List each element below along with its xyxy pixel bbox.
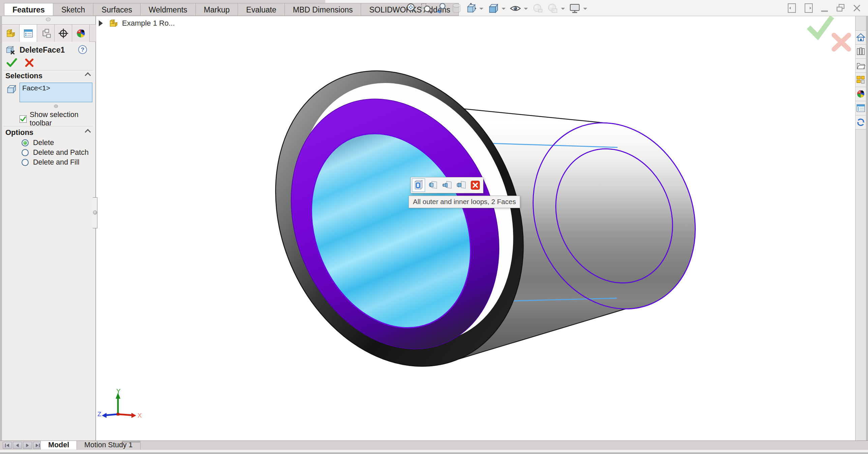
pane-right-icon[interactable] [803, 2, 814, 14]
tab-evaluate[interactable]: Evaluate [238, 3, 285, 16]
z-axis-arrow [102, 413, 107, 418]
ok-button[interactable] [6, 57, 18, 68]
selection-list[interactable]: Face<1> [20, 83, 92, 102]
selection-item[interactable]: Face<1> [22, 84, 90, 92]
heads-up-view-toolbar [405, 1, 589, 16]
coordinate-triad: Y X Z [97, 389, 142, 424]
face-option-1-icon[interactable] [426, 178, 439, 192]
previous-view-icon[interactable] [434, 1, 448, 16]
part-icon [109, 18, 119, 28]
svg-text:X: X [138, 412, 142, 419]
panel-splitter[interactable] [93, 197, 97, 228]
svg-text:Z: Z [97, 410, 101, 418]
tab-markup[interactable]: Markup [196, 3, 238, 16]
confirm-buttons [6, 57, 35, 68]
sheet-navigation [3, 442, 42, 449]
help-icon[interactable]: ? [78, 45, 88, 55]
face-option-2-icon[interactable] [440, 178, 453, 192]
bottom-tab-bar: Model Motion Study 1 [0, 441, 868, 450]
radio-delete[interactable] [22, 139, 29, 146]
radio-row-delete: Delete [22, 138, 54, 147]
property-manager-tab[interactable] [20, 25, 37, 42]
confirmation-cancel-icon[interactable] [831, 32, 852, 52]
selection-toolbar-popup [411, 177, 483, 193]
next-tab-icon[interactable] [23, 442, 32, 449]
window-bottom-edge [0, 452, 868, 454]
tab-sketch[interactable]: Sketch [53, 3, 93, 16]
tab-weldments[interactable]: Weldments [141, 3, 196, 16]
section-view-icon[interactable] [449, 1, 463, 16]
apply-scene-icon[interactable] [545, 1, 560, 16]
zoom-to-fit-icon[interactable] [405, 1, 419, 16]
view-settings-dropdown[interactable] [583, 8, 587, 12]
status-bar [0, 450, 868, 452]
face-option-3-icon[interactable] [454, 178, 468, 192]
radio-delete-and-fill[interactable] [22, 159, 29, 166]
view-settings-icon[interactable] [568, 1, 582, 16]
selections-header[interactable]: Selections [5, 72, 42, 80]
tab-mbd-dimensions[interactable]: MBD Dimensions [285, 3, 361, 16]
feature-manager-tab[interactable] [2, 25, 20, 42]
file-explorer-icon[interactable] [855, 59, 866, 73]
hide-show-dropdown[interactable] [524, 8, 528, 12]
pane-left-icon[interactable] [786, 2, 798, 14]
checkbox-label: Show selection toolbar [30, 111, 95, 127]
tab-surfaces[interactable]: Surfaces [93, 3, 141, 16]
radio-label: Delete [33, 139, 54, 147]
page-title: DeleteFace1 [20, 46, 65, 55]
radio-label: Delete and Patch [33, 148, 89, 157]
checkmark-icon [20, 116, 26, 122]
graphics-viewport[interactable] [96, 16, 855, 441]
radio-label: Delete and Fill [33, 158, 79, 167]
expand-arrow-icon[interactable] [99, 20, 106, 26]
selections-collapse-chevron[interactable] [85, 72, 91, 78]
svg-text:?: ? [81, 47, 84, 53]
tab-bar-splitter[interactable] [122, 441, 140, 443]
previous-tab-icon[interactable] [13, 442, 22, 449]
panel-collapse-handle[interactable] [46, 18, 51, 21]
task-pane-icons [855, 30, 866, 130]
appearances-scenes-icon[interactable] [855, 87, 866, 101]
custom-properties-icon[interactable] [855, 101, 866, 115]
home-icon[interactable] [855, 30, 866, 45]
radio-row-delete-fill: Delete and Fill [22, 158, 79, 167]
cancel-selection-icon[interactable] [469, 178, 482, 192]
command-manager-bar: Features Sketch Surfaces Weldments Marku… [0, 0, 868, 16]
apply-scene-dropdown[interactable] [561, 8, 565, 12]
manager-tab-strip [2, 24, 96, 42]
selection-box-resize-handle[interactable] [54, 105, 58, 108]
view-orientation-icon[interactable] [464, 1, 478, 16]
first-tab-icon[interactable] [3, 442, 12, 449]
zoom-to-area-icon[interactable] [419, 1, 433, 16]
all-outer-inner-loops-icon[interactable] [412, 178, 425, 192]
solidworks-resources-icon[interactable] [855, 115, 866, 130]
svg-text:Y: Y [116, 389, 121, 395]
edit-appearance-icon[interactable] [531, 1, 545, 16]
divider [3, 70, 93, 71]
dimxpert-manager-tab[interactable] [55, 25, 72, 42]
configuration-manager-tab[interactable] [37, 25, 55, 42]
view-palette-icon[interactable] [855, 73, 866, 87]
selection-tooltip: All outer and inner loops, 2 Faces [409, 196, 520, 208]
design-library-icon[interactable] [855, 45, 866, 59]
view-orientation-dropdown[interactable] [479, 8, 483, 12]
delete-face-icon [5, 45, 16, 55]
minimize-icon[interactable] [819, 2, 830, 14]
close-icon[interactable] [851, 2, 863, 14]
command-tabs: Features Sketch Surfaces Weldments Marku… [4, 3, 459, 16]
hide-show-items-icon[interactable] [508, 1, 522, 16]
options-collapse-chevron[interactable] [85, 129, 91, 135]
property-manager-panel: DeleteFace1 ? Selections Face<1> Show se… [2, 16, 96, 441]
options-header[interactable]: Options [5, 128, 33, 137]
restore-icon[interactable] [835, 2, 846, 14]
model-tab[interactable]: Model [40, 441, 77, 450]
display-manager-tab[interactable] [72, 25, 90, 42]
display-style-icon[interactable] [486, 1, 500, 16]
show-selection-toolbar-checkbox[interactable] [20, 115, 27, 123]
tab-features[interactable]: Features [4, 3, 53, 16]
display-style-dropdown[interactable] [502, 8, 506, 12]
radio-delete-and-patch[interactable] [22, 149, 29, 156]
divider [3, 126, 93, 127]
feature-tree-flyout[interactable]: Example 1 Ro... [99, 18, 175, 28]
cancel-button[interactable] [24, 57, 35, 68]
